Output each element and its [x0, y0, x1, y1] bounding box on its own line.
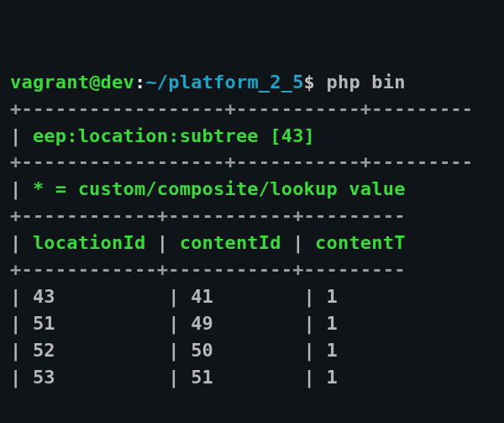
column-header: locationId — [33, 232, 145, 253]
cell-contentId: 50 — [191, 340, 213, 361]
prompt-command[interactable]: php bin — [327, 71, 406, 93]
cell-locationId: 43 — [33, 286, 55, 307]
table-title: eep:location:subtree [43] — [33, 125, 315, 146]
terminal-output: vagrant@dev:~/platform_2_5$ php bin +---… — [10, 69, 494, 391]
cell-locationId: 51 — [33, 313, 55, 334]
cell-content: 1 — [326, 313, 337, 334]
cell-locationId: 52 — [33, 340, 55, 361]
cell-contentId: 51 — [191, 367, 213, 388]
prompt-at: @ — [89, 71, 100, 93]
column-header: contentId — [180, 232, 281, 253]
cell-locationId: 53 — [33, 367, 55, 388]
row-lead: | — [10, 125, 33, 146]
table-border: +------------+-----------+--------- — [10, 259, 406, 280]
row-lead: | — [10, 178, 33, 199]
cell-content: 1 — [326, 367, 337, 388]
table-legend: * = custom/composite/lookup value — [33, 178, 406, 199]
table-row: | 51 | 49 | 1 — [10, 313, 338, 334]
prompt-host: dev — [101, 71, 134, 93]
cell-content: 1 — [326, 340, 337, 361]
cell-content: 1 — [326, 286, 337, 307]
col-sep: | — [281, 232, 315, 253]
table-row: | 43 | 41 | 1 — [10, 286, 338, 307]
table-border: +------------------+-----------+--------… — [10, 98, 473, 119]
prompt-dollar: $ — [304, 71, 315, 93]
row-lead: | — [10, 232, 33, 253]
prompt-user: vagrant — [10, 71, 89, 93]
table-border: +------------------+-----------+--------… — [10, 151, 473, 172]
table-row: | 53 | 51 | 1 — [10, 367, 338, 388]
col-sep: | — [145, 232, 179, 253]
table-row: | 52 | 50 | 1 — [10, 340, 338, 361]
prompt-sep: : — [134, 71, 145, 93]
table-border: +------------+-----------+--------- — [10, 205, 406, 226]
cell-contentId: 41 — [191, 286, 213, 307]
cell-contentId: 49 — [191, 313, 213, 334]
prompt-line[interactable]: vagrant@dev:~/platform_2_5$ php bin — [10, 71, 406, 93]
prompt-path: ~/platform_2_5 — [145, 71, 303, 93]
column-header: contentT — [315, 232, 406, 253]
